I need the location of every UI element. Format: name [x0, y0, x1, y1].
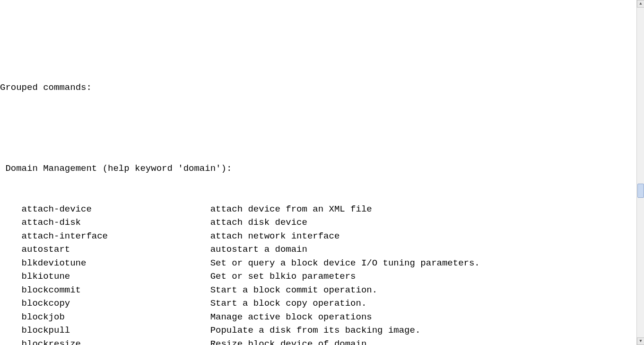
- command-indent: [0, 297, 22, 310]
- command-name: blockcopy: [22, 297, 210, 310]
- command-description: Populate a disk from its backing image.: [210, 324, 421, 337]
- command-row: blockcopyStart a block copy operation.: [0, 297, 636, 310]
- command-indent: [0, 203, 22, 216]
- command-row: autostartautostart a domain: [0, 243, 636, 257]
- commands-list: attach-deviceattach device from an XML f…: [0, 203, 636, 345]
- command-name: attach-disk: [22, 216, 210, 230]
- command-name: attach-device: [22, 203, 210, 216]
- command-row: blockjobManage active block operations: [0, 310, 636, 324]
- command-indent: [0, 216, 22, 230]
- scrollbar-up-button[interactable]: ▲: [637, 0, 644, 8]
- command-indent: [0, 243, 22, 257]
- scrollbar-down-button[interactable]: ▼: [637, 337, 644, 345]
- command-name: blockresize: [22, 337, 210, 345]
- command-name: blockcommit: [22, 283, 210, 297]
- command-description: Set or query a block device I/O tuning p…: [210, 257, 480, 270]
- scrollbar-thumb[interactable]: [637, 184, 644, 198]
- command-indent: [0, 270, 22, 283]
- command-description: Manage active block operations: [210, 310, 372, 324]
- command-description: attach network interface: [210, 230, 340, 243]
- command-indent: [0, 337, 22, 345]
- command-row: blockresizeResize block device of domain…: [0, 337, 636, 345]
- command-row: blkdeviotuneSet or query a block device …: [0, 257, 636, 270]
- command-indent: [0, 310, 22, 324]
- command-name: blockpull: [22, 324, 210, 337]
- vertical-scrollbar[interactable]: ▲ ▼: [636, 0, 644, 345]
- command-name: blkiotune: [22, 270, 210, 283]
- blank-line: [0, 122, 636, 135]
- chevron-up-icon: ▲: [639, 2, 642, 6]
- terminal-output: Grouped commands: Domain Management (hel…: [0, 54, 636, 345]
- chevron-down-icon: ▼: [639, 339, 642, 344]
- command-row: attach-diskattach disk device: [0, 216, 636, 230]
- command-name: autostart: [22, 243, 210, 257]
- command-row: blockpullPopulate a disk from its backin…: [0, 324, 636, 337]
- command-description: attach disk device: [210, 216, 307, 230]
- command-row: blkiotuneGet or set blkio parameters: [0, 270, 636, 283]
- command-description: Resize block device of domain.: [210, 337, 372, 345]
- command-name: blkdeviotune: [22, 257, 210, 270]
- command-description: Start a block copy operation.: [210, 297, 367, 310]
- command-indent: [0, 257, 22, 270]
- domain-management-group-header: Domain Management (help keyword 'domain'…: [0, 162, 636, 176]
- command-indent: [0, 324, 22, 337]
- command-description: autostart a domain: [210, 243, 307, 257]
- command-name: blockjob: [22, 310, 210, 324]
- command-row: attach-interfaceattach network interface: [0, 230, 636, 243]
- command-description: attach device from an XML file: [210, 203, 372, 216]
- scrollbar-track[interactable]: [637, 8, 644, 337]
- command-row: blockcommitStart a block commit operatio…: [0, 283, 636, 297]
- grouped-commands-header: Grouped commands:: [0, 81, 636, 95]
- command-indent: [0, 230, 22, 243]
- command-description: Start a block commit operation.: [210, 283, 377, 297]
- command-name: attach-interface: [22, 230, 210, 243]
- command-indent: [0, 283, 22, 297]
- command-description: Get or set blkio parameters: [210, 270, 356, 283]
- command-row: attach-deviceattach device from an XML f…: [0, 203, 636, 216]
